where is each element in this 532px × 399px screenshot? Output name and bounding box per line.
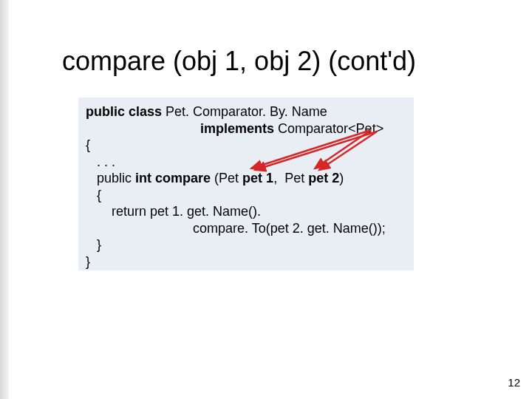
code-box: public class Pet. Comparator. By. Name i…: [78, 98, 414, 270]
kw-compare: compare: [151, 171, 211, 185]
code-line-4: . . .: [86, 154, 406, 171]
code-l5h: ): [339, 171, 344, 185]
code-l5d: (Pet: [211, 171, 242, 185]
code-line-9: }: [86, 236, 406, 253]
code-line-5: public int compare (Pet pet 1, Pet pet 2…: [86, 170, 406, 187]
code-l2b: Comparator<Pet>: [274, 121, 383, 136]
kw-pet2: pet 2: [308, 171, 339, 185]
code-l5a: public: [86, 171, 135, 185]
code-l5f: , Pet: [273, 171, 308, 185]
code-l7b: pet 1. get. Name().: [150, 204, 261, 219]
page-number: 12: [508, 376, 520, 389]
code-line-2: implements Comparator<Pet>: [86, 120, 406, 137]
kw-int: int: [135, 171, 151, 185]
code-line-7: return pet 1. get. Name().: [86, 203, 406, 220]
code-line-3: {: [86, 137, 406, 154]
kw-implements: implements: [86, 121, 274, 136]
kw-public-class: public class: [86, 104, 162, 119]
code-line-6: {: [86, 187, 406, 204]
code-l1b: Pet. Comparator. By. Name: [162, 104, 327, 119]
slide-container: compare (obj 1, obj 2) (cont'd) public c…: [0, 0, 532, 399]
code-line-10: }: [86, 253, 406, 270]
code-l7a: return: [86, 204, 150, 219]
slide-title: compare (obj 1, obj 2) (cont'd): [62, 46, 416, 77]
kw-pet1: pet 1: [242, 171, 273, 185]
code-line-8: compare. To(pet 2. get. Name());: [86, 220, 406, 237]
code-line-1: public class Pet. Comparator. By. Name: [86, 103, 406, 120]
